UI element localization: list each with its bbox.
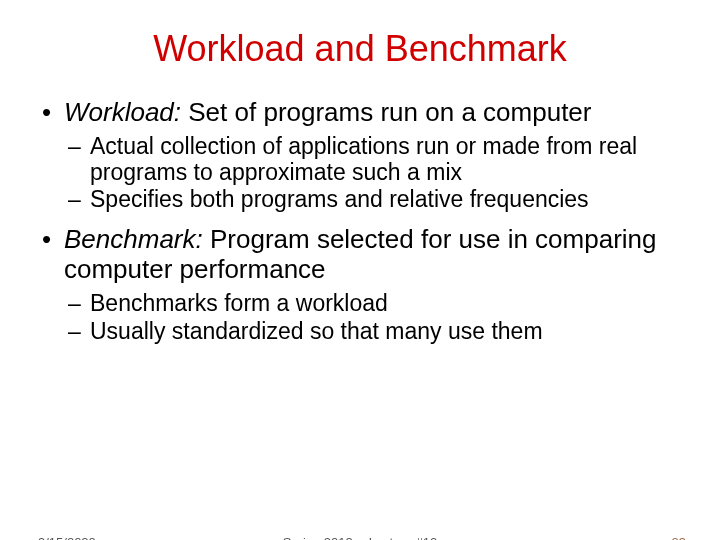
footer-page: 23 <box>672 535 686 540</box>
slide-content: Workload: Set of programs run on a compu… <box>0 98 720 344</box>
workload-label: Workload: <box>64 97 181 127</box>
workload-sub2: Specifies both programs and relative fre… <box>38 187 682 213</box>
workload-text: Set of programs run on a computer <box>181 97 591 127</box>
slide-title: Workload and Benchmark <box>0 28 720 70</box>
benchmark-sub2: Usually standardized so that many use th… <box>38 319 682 345</box>
bullet-benchmark: Benchmark: Program selected for use in c… <box>38 225 682 285</box>
footer-date: 9/15/2020 <box>38 535 96 540</box>
footer-center: Spring 2012 -- Lecture #10 <box>0 535 720 540</box>
benchmark-sub1: Benchmarks form a workload <box>38 291 682 317</box>
slide: Workload and Benchmark Workload: Set of … <box>0 28 720 540</box>
bullet-workload: Workload: Set of programs run on a compu… <box>38 98 682 128</box>
slide-footer: 9/15/2020 Spring 2012 -- Lecture #10 23 <box>0 535 720 540</box>
benchmark-label: Benchmark: <box>64 224 203 254</box>
workload-sub1: Actual collection of applications run or… <box>38 134 682 186</box>
